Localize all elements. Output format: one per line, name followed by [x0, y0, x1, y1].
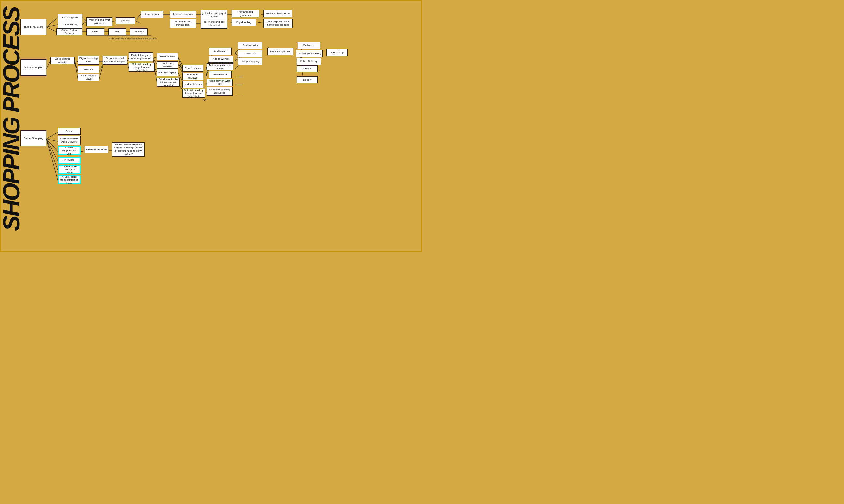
- node-check-out: Check out: [238, 50, 263, 57]
- node-get-in-line-pay: get in line and pay at register: [201, 10, 228, 20]
- node-read-reviews1: Read reviews: [157, 53, 178, 60]
- svg-line-3: [82, 18, 86, 22]
- node-read-reviews2: Read reviews: [182, 65, 203, 72]
- node-you-pick-up: you pick up: [326, 49, 347, 56]
- node-random-purchase: Random purchase: [170, 11, 196, 18]
- node-keep-shopping: Keep shopping: [238, 58, 263, 65]
- svg-line-24: [99, 65, 103, 72]
- note-assumption: at this point this is an assumption of t…: [95, 37, 170, 40]
- node-remember-last: remember last minute item: [170, 19, 196, 28]
- node-ar-mr-comfort: AR/MR store from comfort of home: [58, 175, 80, 184]
- node-read-tech1: read tech specs: [157, 69, 178, 76]
- node-delete-items: Delete items: [209, 71, 232, 78]
- node-drone: Drone: [58, 128, 80, 135]
- infinity-symbol: ∞: [202, 97, 206, 104]
- canvas: SHOPPING PROCESS: [0, 0, 422, 252]
- svg-line-22: [75, 61, 78, 79]
- svg-line-0: [47, 18, 58, 27]
- svg-line-6: [135, 14, 141, 21]
- node-wish-list: Wish list: [78, 66, 99, 73]
- svg-line-19: [47, 61, 50, 69]
- node-get-distracted3: Get distracted by things that are sugest…: [182, 89, 205, 98]
- node-add-subscribe: Add to suscribe and save: [206, 63, 233, 70]
- svg-line-30: [155, 68, 157, 72]
- node-walk-find: walk and find what you need.: [86, 17, 112, 26]
- node-delivered: Delivered: [298, 42, 320, 49]
- node-go-desired: Go to desired website: [50, 57, 75, 64]
- node-need-ux: Need for UX of AI: [85, 146, 108, 153]
- connections-layer: [1, 1, 421, 251]
- node-pay-dont-bag: Pay dont bag: [232, 19, 256, 26]
- svg-line-67: [47, 139, 58, 170]
- svg-line-5: [112, 21, 116, 22]
- node-items-shipped: Items shipped out: [267, 48, 293, 55]
- node-hand-basket: hand basket: [58, 21, 82, 28]
- node-recieve: recieve?: [130, 28, 148, 35]
- svg-line-63: [47, 132, 58, 139]
- node-wait: wait: [108, 28, 126, 35]
- node-digital-cart: Digital shopping cart: [78, 56, 99, 65]
- node-online-order: Online Order/ Delivery: [56, 28, 82, 35]
- node-future-shopping: Future Shopping: [20, 130, 47, 146]
- node-dont-read2: dont read reviews: [182, 73, 203, 80]
- node-stolen: Stolen: [297, 65, 318, 72]
- svg-line-21: [75, 61, 78, 72]
- node-ai-does: AI does shopping for you.: [58, 146, 80, 155]
- node-traditional-store: Tadditional Store: [20, 19, 47, 35]
- svg-line-1: [47, 25, 58, 27]
- node-read-tech2: read tech specs: [182, 81, 203, 88]
- node-lockers: Lockers (ie amazon): [296, 50, 323, 57]
- svg-line-64: [47, 139, 58, 141]
- node-review-order: Review order: [238, 42, 263, 49]
- node-search-for: Search for what you are looking for: [103, 56, 127, 65]
- node-dont-read1: dont read reviews: [157, 61, 178, 69]
- svg-line-25: [99, 66, 103, 79]
- node-order: Order: [86, 28, 104, 35]
- node-find-all: Find all the types of what you want: [129, 52, 153, 61]
- node-lose-partner: lose partner: [141, 11, 163, 18]
- node-online-shopping: Online Shopping: [20, 59, 47, 76]
- svg-line-65: [47, 139, 58, 152]
- svg-line-28: [153, 57, 157, 58]
- node-get-lost: get lost: [116, 17, 135, 24]
- node-subscribe-save: Subscibe and Save: [78, 74, 99, 81]
- node-items-stay: Items stay on Wish list: [206, 79, 233, 86]
- node-get-distracted1: Get distracted by things that are sugest…: [129, 63, 155, 72]
- svg-line-66: [47, 139, 58, 161]
- node-report: Report: [297, 76, 318, 84]
- node-add-to-cart: Add to cart: [209, 48, 232, 55]
- page-title: SHOPPING PROCESS: [2, 7, 21, 231]
- node-push-cart: Push cart back to car: [264, 10, 292, 17]
- node-pay-bag: Pay and Bag groceries: [232, 10, 259, 17]
- node-ar-mr-overlay: AR/MR store overlay of reality: [58, 165, 80, 174]
- svg-line-68: [47, 139, 58, 181]
- node-items-routinely: Items are routinely Delivered: [206, 87, 233, 96]
- node-get-distracted2: Get distracted by things that are sugest…: [157, 78, 180, 87]
- svg-line-7: [135, 21, 141, 23]
- node-get-in-line-self: get in line and self check out: [201, 19, 228, 29]
- node-assumed-need: Assumed Need/ Auto Delivery: [58, 136, 80, 145]
- node-shopping-cart: shopping cart: [58, 14, 82, 21]
- svg-line-4: [82, 22, 86, 25]
- node-take-bags: take bags and walk home/ end location: [264, 19, 293, 28]
- node-failed-delivery: Failed Delivery: [297, 58, 321, 65]
- svg-line-2: [47, 27, 56, 32]
- node-vr-store: VR Store: [58, 157, 80, 164]
- node-do-you-return: Do you return things or can you intercep…: [112, 142, 145, 157]
- node-add-wishlist: Add to wishlist: [209, 56, 233, 63]
- svg-line-20: [75, 61, 78, 62]
